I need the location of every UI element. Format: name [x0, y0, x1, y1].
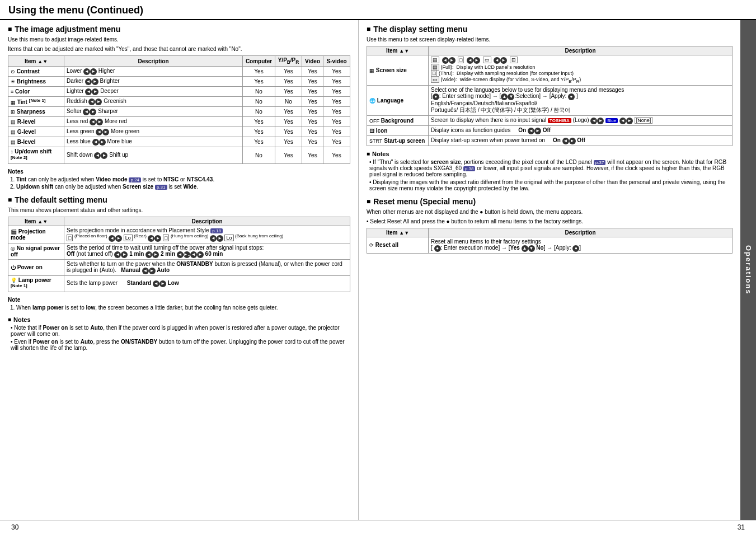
left-page-num: 30 [11, 523, 18, 531]
desc-sharpness: Softer ◄► Sharper [64, 107, 243, 117]
image-adjustment-section: The image adjustment menu Use this menu … [8, 25, 350, 190]
item-screen-size: ▦ Screen size [367, 55, 429, 86]
col-video: Video [302, 56, 323, 67]
desc-startup-screen: Display start-up screen when power turne… [429, 135, 732, 146]
table-row: ▦ Screen size ▤ ◄► □ ◄► ▭ ◄► ⊟ [367, 55, 732, 86]
table-row: STRT Start-up screen Display start-up sc… [367, 135, 732, 146]
table-row: ⏻ Power on Sets whether to turn on the p… [8, 259, 350, 275]
note-item: Up/down shift can only be adjusted when … [16, 184, 350, 190]
col-ypbpr: Y/PB/PR [275, 56, 302, 67]
default-setting-note: Note When lamp power is set to low, the … [8, 297, 350, 311]
note-item: If "Thru" is selected for screen size, p… [369, 159, 732, 177]
table-row: 🎬 Projection mode Sets projection mode i… [8, 226, 350, 243]
display-setting-table: Item ▲▼ Description ▦ Screen size ▤ ◄► [367, 46, 732, 146]
default-setting-section: The default setting menu This menu shows… [8, 195, 350, 351]
table-row: ▤ B-level Less blue ◄► More blue Yes Yes… [8, 137, 350, 147]
desc-brightness: Darker ◄► Brighter [64, 77, 243, 87]
desc-rlevel: Less red ◄► More red [64, 117, 243, 127]
desc-icon: Display icons as function guides On ◄► O… [429, 125, 732, 135]
col-item: Item ▲▼ [8, 217, 64, 226]
left-column: The image adjustment menu Use this menu … [0, 20, 358, 520]
reset-menu-title: Reset menu (Special menu) [367, 197, 732, 206]
default-setting-table: Item ▲▼ Description 🎬 Projection mode Se… [8, 217, 350, 292]
reset-menu-desc2: • Select Reset All and press the ● butto… [367, 218, 732, 224]
table-row: ▦ Tint [Note 1] Reddish ◄► Greenish No N… [8, 97, 350, 107]
table-row: ▤ G-level Less green ◄► More green Yes Y… [8, 127, 350, 137]
note-item: Tint can only be adjusted when Video mod… [16, 176, 350, 182]
col-item: Item ▲▼ [367, 228, 429, 237]
item-startup-screen: STRT Start-up screen [367, 135, 429, 146]
desc-background: Screen to display when there is no input… [429, 115, 732, 125]
item-sharpness: ⊞ Sharpness [8, 107, 64, 117]
reset-menu-table: Item ▲▼ Description ⟳ Reset all Reset al… [367, 228, 732, 254]
table-row: 🌐 Language Select one of the languages b… [367, 85, 732, 115]
desc-color: Lighter ◄► Deeper [64, 87, 243, 97]
operations-tab: Operations [740, 20, 756, 520]
desc-language: Select one of the languages below to use… [429, 85, 732, 115]
display-setting-section: The display setting menu Use this menu t… [367, 25, 732, 191]
col-desc: Description [429, 46, 732, 55]
right-page-num: 31 [738, 523, 745, 531]
table-row: ☀ Brightness Darker ◄► Brighter Yes Yes … [8, 77, 350, 87]
table-row: ▤ R-level Less red ◄► More red Yes Yes Y… [8, 117, 350, 127]
image-adjustment-desc2: Items that can be adjusted are marked wi… [8, 46, 350, 52]
table-row: ⊞ Sharpness Softer ◄► Sharper No Yes Yes… [8, 107, 350, 117]
col-desc: Description [429, 228, 732, 237]
image-adjustment-table: Item ▲▼ Description Computer Y/PB/PR Vid… [8, 55, 350, 164]
item-contrast: ⊙ Contrast [8, 67, 64, 77]
table-row: OFF Background Screen to display when th… [367, 115, 732, 125]
image-adjustment-notes: Notes Tint can only be adjusted when Vid… [8, 168, 350, 190]
note-item: Displaying the images with the aspect ra… [369, 179, 732, 191]
table-row: ◎ No signal power off Sets the period of… [8, 243, 350, 259]
item-reset-all: ⟳ Reset all [367, 237, 429, 253]
item-icon: 🖼 Icon [367, 125, 429, 135]
table-row: ↕ Up/down shift [Note 2] Shift down ◄► S… [8, 147, 350, 163]
desc-blevel: Less blue ◄► More blue [64, 137, 243, 147]
col-item: Item ▲▼ [8, 56, 64, 67]
desc-tint: Reddish ◄► Greenish [64, 97, 243, 107]
item-lamp-power: 💡 Lamp power [Note 1] [8, 275, 64, 292]
table-row: ⊙ Contrast Lower ◄► Higher Yes Yes Yes Y… [8, 67, 350, 77]
item-language: 🌐 Language [367, 85, 429, 115]
item-updown: ↕ Up/down shift [Note 2] [8, 147, 64, 163]
notes-title: Notes [367, 151, 732, 157]
item-blevel: ▤ B-level [8, 137, 64, 147]
reset-menu-desc1: When other menus are not displayed and t… [367, 209, 732, 215]
item-projection-mode: 🎬 Projection mode [8, 226, 64, 243]
col-item: Item ▲▼ [367, 46, 429, 55]
image-adjustment-title: The image adjustment menu [8, 25, 350, 34]
notes-title: Notes [8, 316, 350, 323]
note-item: Note that if Power on is set to Auto, th… [11, 325, 350, 337]
desc-screen-size: ▤ ◄► □ ◄► ▭ ◄► ⊟ ▤ (Full): Display with [429, 55, 732, 86]
display-setting-desc: Use this menu to set screen display-rela… [367, 36, 732, 43]
item-tint: ▦ Tint [Note 1] [8, 97, 64, 107]
desc-reset-all: Reset all menu items to their factory se… [429, 237, 732, 253]
col-svideo: S-video [323, 56, 350, 67]
table-row: ⟳ Reset all Reset all menu items to thei… [367, 237, 732, 253]
item-no-signal: ◎ No signal power off [8, 243, 64, 259]
col-desc: Description [64, 56, 243, 67]
desc-projection-mode: Sets projection mode in accordance with … [64, 226, 350, 243]
item-glevel: ▤ G-level [8, 127, 64, 137]
note-item: When lamp power is set to low, the scree… [16, 305, 350, 311]
desc-contrast: Lower ◄► Higher [64, 67, 243, 77]
item-color: ≡ Color [8, 87, 64, 97]
default-setting-notes2: Notes Note that if Power on is set to Au… [8, 316, 350, 351]
desc-updown: Shift down ◄► Shift up [64, 147, 243, 163]
desc-no-signal: Sets the period of time to wait until tu… [64, 243, 350, 259]
reset-menu-section: Reset menu (Special menu) When other men… [367, 197, 732, 254]
col-computer: Computer [243, 56, 275, 67]
desc-glevel: Less green ◄► More green [64, 127, 243, 137]
item-power-on: ⏻ Power on [8, 259, 64, 275]
desc-lamp-power: Sets the lamp power Standard ◄► Low [64, 275, 350, 292]
col-desc: Description [64, 217, 350, 226]
table-row: 🖼 Icon Display icons as function guides … [367, 125, 732, 135]
desc-power-on: Sets whether to turn on the power when t… [64, 259, 350, 275]
note-item: Even if Power on is set to Auto, press t… [11, 339, 350, 351]
display-setting-notes: Notes If "Thru" is selected for screen s… [367, 151, 732, 191]
default-setting-title: The default setting menu [8, 195, 350, 204]
pages-footer: 30 31 [0, 520, 756, 534]
display-setting-title: The display setting menu [367, 25, 732, 34]
default-setting-desc: This menu shows placement status and oth… [8, 207, 350, 213]
item-brightness: ☀ Brightness [8, 77, 64, 87]
